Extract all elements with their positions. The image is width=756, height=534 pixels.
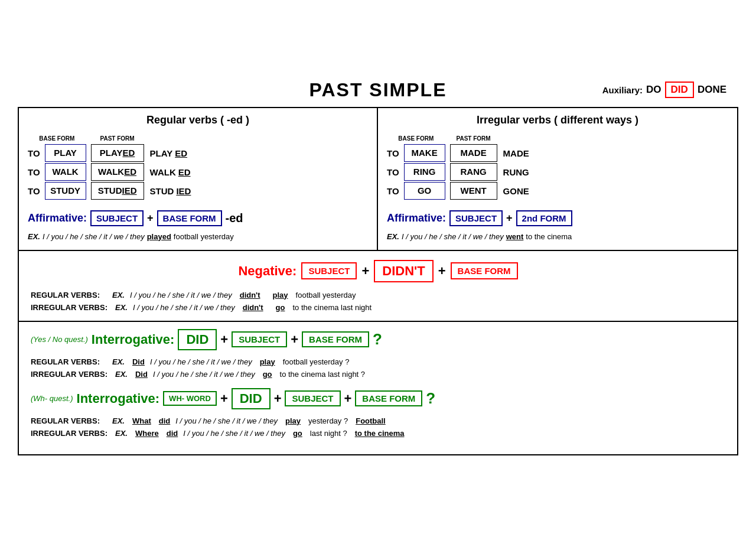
- past-box-went-row: WENT: [450, 182, 497, 201]
- neg-regular-label: REGULAR VERBS:: [31, 291, 100, 299]
- int-wh-irregular-did: did: [167, 429, 178, 438]
- to-go-row: TO GO: [387, 182, 445, 201]
- past-plain-walked: WALKED: [150, 163, 191, 182]
- int-wh-label: Interrogative:: [77, 391, 160, 406]
- past-plain-studied: STUDIED: [150, 182, 191, 201]
- to-label-ring: TO: [387, 167, 399, 177]
- int-wh-regular-verb: play: [285, 416, 301, 425]
- int-wh-irregular-verb: go: [293, 429, 302, 438]
- int-wh-examples: REGULAR VERBS: EX. What did I / you / he…: [31, 416, 725, 438]
- past-plain-made: MADE: [503, 144, 529, 163]
- int-yn-regular-rest: football yesterday ?: [283, 357, 350, 366]
- to-walk-row: TO WALK: [28, 163, 86, 182]
- interrogative-section: (Yes / No quest.) Interrogative: DID + S…: [19, 322, 737, 454]
- to-label-3: TO: [28, 186, 40, 196]
- int-yn-regular-ex: EX.: [112, 357, 125, 366]
- neg-irregular-label: IRREGULAR VERBS:: [31, 303, 107, 312]
- aux-done: DONE: [698, 84, 726, 96]
- base-form-walk: WALK: [45, 163, 86, 181]
- neg-base-form-box: BASE FORM: [451, 262, 518, 279]
- to-label-2: TO: [28, 167, 40, 177]
- regular-verbs-col: Regular verbs ( -ed ) BASE FORM TO PLAY …: [19, 108, 378, 250]
- irregular-verbs-col: Irregular verbs ( different ways ) BASE …: [378, 108, 737, 250]
- regular-verbs-heading: Regular verbs ( -ed ): [28, 114, 368, 126]
- formula-subject-left: SUBJECT: [90, 210, 144, 226]
- affirmative-label-right: Affirmative:: [387, 212, 446, 224]
- int-yn-irregular-rest: to the cinema last night ?: [280, 370, 366, 379]
- int-yn-regular-verb: play: [260, 357, 275, 366]
- base-form-study: STUDY: [45, 182, 86, 200]
- neg-irregular-row: IRREGULAR VERBS: EX. I / you / he / she …: [31, 303, 725, 312]
- to-study-row: TO STUDY: [28, 182, 86, 201]
- int-wh-word-box: WH- WORD: [163, 391, 217, 406]
- neg-regular-didnt: didn't: [240, 291, 260, 299]
- past-plain-gone: GONE: [503, 182, 529, 201]
- past-plain-played: PLAYED: [150, 144, 191, 163]
- past-box-walked: WALKED: [91, 163, 144, 182]
- page: PAST SIMPLE Auxiliary: DO DID DONE Regul…: [12, 73, 744, 461]
- int-wh-irregular-row: IRREGULAR VERBS: EX. Where did I / you /…: [31, 429, 725, 438]
- base-form-label-left: BASE FORM: [28, 134, 86, 144]
- int-question-mark-yn: ?: [373, 330, 382, 349]
- neg-regular-ex: EX.: [112, 291, 125, 299]
- negative-formula-row: Negative: SUBJECT + DIDN'T + BASE FORM: [31, 260, 725, 282]
- int-yn-irregular-ex: EX.: [115, 370, 128, 379]
- past-box-made: MADE: [450, 144, 497, 162]
- neg-irregular-didnt: didn't: [243, 303, 263, 312]
- int-yn-formula-row: (Yes / No quest.) Interrogative: DID + S…: [31, 329, 725, 350]
- past-box-study: STUDIED: [91, 182, 144, 200]
- int-wh-irregular-answer: to the cinema: [355, 429, 405, 438]
- past-box-made-row: MADE: [450, 144, 497, 163]
- ex-rest-right: to the cinema: [526, 232, 572, 241]
- int-yn-regular-row: REGULAR VERBS: EX. Did I / you / he / sh…: [31, 357, 725, 366]
- affirmative-formula-right: Affirmative: SUBJECT + 2nd FORM: [387, 210, 728, 226]
- int-yn-examples: REGULAR VERBS: EX. Did I / you / he / sh…: [31, 357, 725, 379]
- to-label-1: TO: [28, 148, 40, 158]
- to-play-row: TO PLAY: [28, 144, 86, 163]
- formula-subject-right: SUBJECT: [449, 210, 503, 226]
- int-yn-regular-subjects: I / you / he / she / it / we / they: [150, 357, 252, 366]
- aux-do: DO: [646, 84, 662, 96]
- neg-irregular-subjects: I / you / he / she / it / we / they: [133, 303, 235, 312]
- int-wh-did-box: DID: [232, 388, 271, 409]
- int-wh-irregular-rest: last night ?: [310, 429, 347, 438]
- affirmative-formula-left: Affirmative: SUBJECT + BASE FORM -ed: [28, 210, 368, 226]
- neg-irregular-ex: EX.: [115, 303, 128, 312]
- auxiliary-row: Auxiliary: DO DID DONE: [602, 82, 726, 98]
- base-form-label-right: BASE FORM: [387, 134, 445, 144]
- int-yn-irregular-subjects: I / you / he / she / it / we / they: [153, 370, 255, 379]
- header: PAST SIMPLE Auxiliary: DO DID DONE: [18, 79, 738, 101]
- past-box-play: PLAYED: [91, 144, 144, 162]
- neg-regular-rest: football yesterday: [296, 291, 356, 299]
- int-base-form-box-yn: BASE FORM: [302, 331, 369, 347]
- base-form-play: PLAY: [45, 144, 86, 162]
- formula-2nd-form: 2nd FORM: [516, 210, 572, 226]
- int-wh-regular-rest: yesterday ?: [308, 416, 348, 425]
- neg-irregular-rest: to the cinema last night: [292, 303, 372, 312]
- int-wh-regular-whword: What: [132, 416, 151, 425]
- base-form-go: GO: [404, 182, 445, 200]
- neg-regular-verb: play: [273, 291, 288, 299]
- int-yn-small-label: (Yes / No quest.): [31, 335, 88, 344]
- past-plain-rung: RUNG: [503, 163, 529, 182]
- negative-label: Negative:: [238, 263, 296, 279]
- int-wh-irregular-subjects: I / you / he / she / it / we / they: [183, 429, 285, 438]
- int-wh-irregular-whword: Where: [135, 429, 159, 438]
- example-left: EX. I / you / he / she / it / we / they …: [28, 232, 368, 241]
- formula-base-form-left: BASE FORM: [157, 210, 222, 226]
- ex-verb-left: played: [147, 232, 171, 241]
- neg-subject-box: SUBJECT: [301, 262, 357, 279]
- irregular-verbs-heading: Irregular verbs ( different ways ): [387, 114, 728, 126]
- past-box-studied: STUDIED: [91, 182, 144, 201]
- main-content: Regular verbs ( -ed ) BASE FORM TO PLAY …: [18, 107, 738, 455]
- int-wh-regular-subjects: I / you / he / she / it / we / they: [175, 416, 278, 425]
- ex-subjects-right: I / you / he / she / it / we / they: [402, 232, 504, 241]
- auxiliary-label: Auxiliary:: [602, 85, 643, 95]
- to-make-row: TO MAKE: [387, 144, 445, 163]
- int-yn-irregular-row: IRREGULAR VERBS: EX. Did I / you / he / …: [31, 370, 725, 379]
- ex-subjects-left: I / you / he / she / it / we / they: [43, 232, 145, 241]
- int-yn-irregular-did: Did: [135, 370, 148, 379]
- base-form-ring: RING: [404, 163, 445, 181]
- int-yn-regular-label: REGULAR VERBS:: [31, 357, 100, 366]
- top-section: Regular verbs ( -ed ) BASE FORM TO PLAY …: [19, 108, 737, 251]
